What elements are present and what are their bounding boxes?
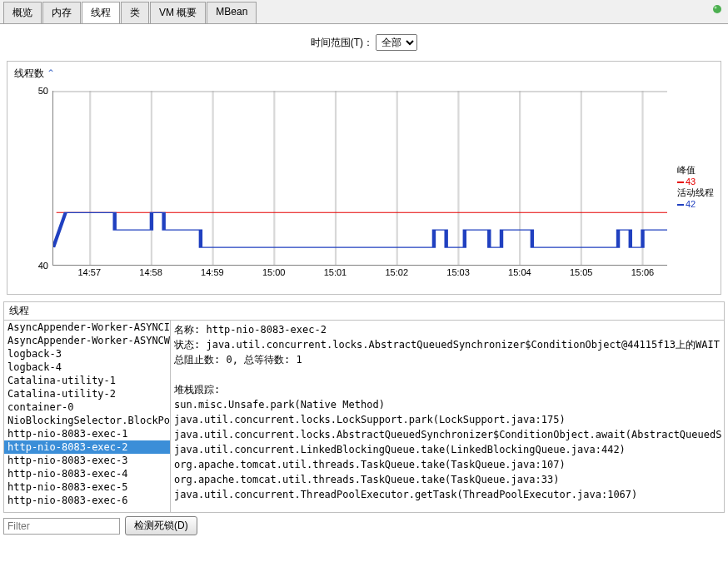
svg-point-0 xyxy=(713,5,721,13)
legend-live-label: 活动线程 xyxy=(677,187,714,197)
thread-list-item[interactable]: http-nio-8083-exec-4 xyxy=(4,467,170,480)
stack-trace-line: java.util.concurrent.locks.AbstractQueue… xyxy=(174,427,721,442)
x-tick: 14:58 xyxy=(139,267,162,277)
chart-x-axis: 14:5714:5814:5915:0015:0115:0215:0315:04… xyxy=(52,267,667,282)
stack-trace-label: 堆栈跟踪: xyxy=(174,382,721,397)
svg-point-1 xyxy=(715,7,717,9)
x-tick: 15:03 xyxy=(446,267,470,277)
thread-state-line: 状态: java.util.concurrent.locks.AbstractQ… xyxy=(174,337,721,352)
thread-list-item[interactable]: logback-4 xyxy=(4,361,170,374)
thread-list-item[interactable]: Catalina-utility-1 xyxy=(4,374,170,387)
time-range-select[interactable]: 全部 xyxy=(376,34,417,51)
x-tick: 15:01 xyxy=(324,267,347,277)
thread-list-item[interactable]: http-nio-8083-exec-6 xyxy=(4,494,170,507)
legend-live-value: 42 xyxy=(686,199,696,209)
tab-bar: 概览 内存 线程 类 VM 概要 MBean xyxy=(0,0,728,24)
chart-legend: 峰值 43 活动线程 42 xyxy=(677,164,714,209)
thread-chart-panel: 线程数 ⌃ 50 40 14:5714:5814:5915:0015:0115:… xyxy=(7,61,721,295)
thread-detail: 名称: http-nio-8083-exec-2状态: java.util.co… xyxy=(171,321,724,512)
legend-peak-value: 43 xyxy=(686,177,696,187)
thread-list-item[interactable]: Catalina-utility-2 xyxy=(4,387,170,400)
x-tick: 15:02 xyxy=(386,267,409,277)
chart-collapse-icon[interactable]: ⌃ xyxy=(47,67,55,79)
stack-trace-line: org.apache.tomcat.util.threads.TaskQueue… xyxy=(174,457,721,472)
thread-list-item[interactable]: AsyncAppender-Worker-ASYNCINFO xyxy=(4,321,170,334)
thread-list-item[interactable]: NioBlockingSelector.BlockPolle xyxy=(4,414,170,427)
tab-threads[interactable]: 线程 xyxy=(82,2,120,23)
bottom-bar: 检测死锁(D) xyxy=(0,513,728,539)
thread-list[interactable]: AsyncAppender-Worker-ASYNCINFOAsyncAppen… xyxy=(4,321,171,512)
x-tick: 15:04 xyxy=(508,267,531,277)
thread-blocked-line: 总阻止数: 0, 总等待数: 1 xyxy=(174,352,721,367)
thread-list-item[interactable]: http-nio-8083-exec-5 xyxy=(4,480,170,494)
chart-title: 线程数 xyxy=(14,67,44,79)
x-tick: 14:57 xyxy=(78,267,102,277)
chart-area: 50 40 14:5714:5814:5915:0015:0115:0215:0… xyxy=(11,82,717,291)
connection-status-icon xyxy=(711,3,723,15)
threads-panel: 线程 AsyncAppender-Worker-ASYNCINFOAsyncAp… xyxy=(3,301,725,513)
thread-list-item[interactable]: container-0 xyxy=(4,400,170,414)
detect-deadlock-button[interactable]: 检测死锁(D) xyxy=(125,516,197,535)
stack-trace-line: java.util.concurrent.LinkedBlockingQueue… xyxy=(174,442,721,457)
thread-list-item[interactable]: http-nio-8083-exec-2 xyxy=(4,440,170,454)
tab-mbean[interactable]: MBean xyxy=(207,2,257,23)
threads-header: 线程 xyxy=(4,302,724,321)
x-tick: 15:06 xyxy=(631,267,655,277)
tab-classes[interactable]: 类 xyxy=(121,2,149,23)
y-tick: 50 xyxy=(38,86,48,96)
chart-plot xyxy=(52,91,667,266)
stack-trace-line: org.apache.tomcat.util.threads.TaskQueue… xyxy=(174,472,721,487)
thread-list-item[interactable]: AsyncAppender-Worker-ASYNCWARN xyxy=(4,334,170,347)
stack-trace-line: java.util.concurrent.locks.LockSupport.p… xyxy=(174,412,721,427)
time-range-row: 时间范围(T)： 全部 xyxy=(0,24,728,57)
legend-peak-label: 峰值 xyxy=(677,165,696,175)
x-tick: 15:00 xyxy=(262,267,286,277)
thread-list-item[interactable]: http-nio-8083-exec-3 xyxy=(4,454,170,467)
thread-list-item[interactable]: logback-3 xyxy=(4,347,170,361)
tab-memory[interactable]: 内存 xyxy=(42,2,81,23)
y-tick: 40 xyxy=(38,261,48,271)
stack-trace-line: sun.misc.Unsafe.park(Native Method) xyxy=(174,397,721,412)
filter-input[interactable] xyxy=(3,518,120,535)
chart-y-axis: 50 40 xyxy=(27,91,48,266)
tab-overview[interactable]: 概览 xyxy=(3,2,42,23)
thread-name-line: 名称: http-nio-8083-exec-2 xyxy=(174,322,721,337)
tab-vm-summary[interactable]: VM 概要 xyxy=(150,2,206,23)
x-tick: 14:59 xyxy=(201,267,224,277)
time-range-label: 时间范围(T)： xyxy=(311,37,373,48)
x-tick: 15:05 xyxy=(570,267,593,277)
blank-line xyxy=(174,367,721,382)
stack-trace-line: java.util.concurrent.ThreadPoolExecutor.… xyxy=(174,487,721,502)
thread-list-item[interactable]: http-nio-8083-exec-1 xyxy=(4,427,170,440)
